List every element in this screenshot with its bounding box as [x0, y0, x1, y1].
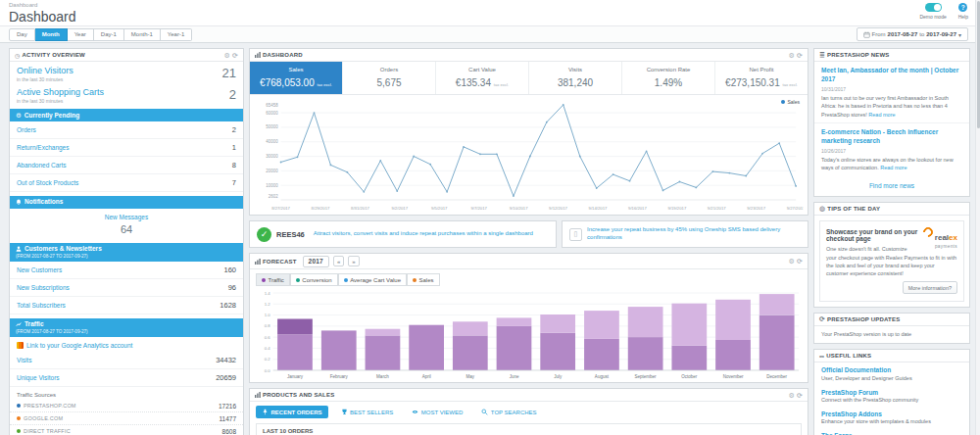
abandoned-carts-link[interactable]: Abandoned Carts [17, 162, 232, 169]
svg-text:30000: 30000 [266, 154, 278, 159]
gear-icon[interactable]: ⚙ [788, 258, 794, 265]
traffic-source-row: DIRECT TRAFFIC 8608 [10, 425, 243, 435]
date-range-picker[interactable]: From 2017-08-27 to 2017-09-27 ▾ [857, 27, 968, 41]
bar-chart-icon [255, 392, 261, 398]
gear-icon[interactable]: ⚙ [788, 392, 794, 399]
kpi-sales[interactable]: Sales €768,053.00 tax excl. [250, 62, 343, 94]
link-item: The Forge Report issues in the Bug Track… [814, 428, 969, 435]
online-visitors-link[interactable]: Online Visitors [17, 66, 222, 75]
news-icon: ≣ [819, 51, 825, 59]
range-year-1-button[interactable]: Year-1 [161, 28, 192, 41]
news-headline-link[interactable]: E-commerce Nation - Beech influencer mar… [821, 128, 962, 146]
svg-text:9/12/2017: 9/12/2017 [549, 206, 567, 211]
range-year-button[interactable]: Year [68, 28, 94, 41]
gear-icon[interactable]: ⚙ [788, 52, 794, 59]
products-panel-title: PRODUCTS AND SALES [263, 392, 334, 398]
orders-link[interactable]: Orders [17, 126, 232, 133]
svg-text:2602: 2602 [269, 194, 278, 199]
kpi-cart-value[interactable]: Cart Value €135.34 tax excl. [436, 62, 529, 94]
refresh-icon[interactable]: ⟳ [797, 258, 803, 265]
prestashop-updates-panel: ⟳ PRESTASHOP UPDATES Your PrestaShop ver… [813, 313, 970, 344]
read-more-link[interactable]: Read more [868, 112, 895, 118]
kpi-conversion-rate[interactable]: Conversion Rate 1.49% [622, 62, 715, 94]
find-more-news-link[interactable]: Find more news [814, 175, 969, 196]
forecast-panel: FORECAST 2017 « » ⚙ ⟳ Traffic Conversion [249, 253, 808, 383]
rees46-banner-link[interactable]: Attract visitors, convert visits and ind… [314, 230, 533, 238]
new-messages-link[interactable]: New Messages [10, 214, 243, 220]
prestashop-addons-link[interactable]: PrestaShop Addons [821, 411, 962, 417]
updates-status-text: Your PrestaShop version is up to date [814, 326, 969, 343]
rees46-banner[interactable]: ✓ REES46 Attract visitors, convert visit… [249, 220, 557, 248]
new-messages-block: New Messages 64 [10, 209, 243, 239]
svg-text:9/10/2017: 9/10/2017 [510, 206, 528, 211]
news-item: Meet Ian, Ambassador of the month | Octo… [814, 62, 969, 123]
tab-best-sellers[interactable]: BEST SELLERS [335, 406, 400, 418]
news-headline-link[interactable]: Meet Ian, Ambassador of the month | Octo… [821, 67, 962, 84]
search-icon [481, 409, 488, 415]
help-icon[interactable]: ? [958, 3, 967, 12]
tab-average-cart-value[interactable]: Average Cart Value [338, 273, 407, 286]
google-analytics-link[interactable]: Link to your Google Analytics account [10, 337, 243, 352]
visits-link[interactable]: Visits [17, 357, 216, 363]
tab-traffic[interactable]: Traffic [256, 273, 290, 286]
tips-of-the-day-panel: ◍ TIPS OF THE DAY realex payments Showca… [813, 202, 970, 308]
official-documentation-link[interactable]: Official Documentation [821, 366, 962, 373]
tip-body: One size doesn't fit all. Customize your… [826, 245, 957, 277]
active-carts-metric: Active Shopping Carts in the last 30 min… [10, 83, 243, 105]
tab-most-viewed[interactable]: MOST VIEWED [406, 406, 468, 418]
svg-text:9/23/2017: 9/23/2017 [747, 206, 765, 211]
svg-text:8/29/2017: 8/29/2017 [312, 206, 330, 211]
active-carts-link[interactable]: Active Shopping Carts [17, 87, 229, 97]
oneship-banner[interactable]: ▯ Increase your repeat business by 45% u… [562, 220, 808, 248]
rees46-brand: REES46 [276, 230, 305, 239]
range-day-button[interactable]: Day [9, 28, 35, 41]
svg-text:10000: 10000 [266, 183, 278, 188]
previous-year-button[interactable]: « [333, 256, 344, 266]
links-panel-title: USEFUL LINKS [826, 353, 871, 359]
new-subscriptions-link[interactable]: New Subscriptions [17, 284, 228, 291]
range-month-1-button[interactable]: Month-1 [124, 28, 161, 41]
tab-sales[interactable]: Sales [407, 273, 440, 286]
time-filter-toolbar: Day Month Year Day-1 Month-1 Year-1 From… [0, 26, 980, 43]
customers-range: (FROM 2017-08-27 TO 2017-09-27) [16, 254, 237, 260]
more-information-button[interactable]: More information? [903, 281, 957, 294]
help-control[interactable]: ? Help [958, 3, 968, 20]
kpi-orders[interactable]: Orders 5,675 [343, 62, 436, 94]
sales-tab-dot [413, 278, 416, 282]
total-subscribers-link[interactable]: Total Subscribers [17, 302, 220, 309]
prestashop-forum-link[interactable]: PrestaShop Forum [821, 389, 962, 396]
tab-recent-orders[interactable]: RECENT ORDERS [256, 406, 328, 418]
oneship-banner-link[interactable]: Increase your repeat business by 45% usi… [587, 226, 801, 242]
top-bar: Dashboard Dashboard Demo mode ? Help [0, 0, 980, 26]
returns-link[interactable]: Return/Exchanges [17, 144, 232, 151]
activity-overview-panel: ◷ ACTIVITY OVERVIEW ⚙ ⟳ Online Visitors … [9, 48, 244, 435]
demo-mode-control[interactable]: Demo mode [919, 3, 946, 20]
demo-mode-toggle[interactable] [925, 3, 942, 12]
gear-icon[interactable]: ⚙ [223, 52, 229, 59]
svg-text:0.2: 0.2 [265, 357, 271, 362]
total-subscribers-row: Total Subscribers 1628 [10, 297, 243, 314]
kpi-net-profit[interactable]: Net Profit €273,150.31 tax excl. [715, 62, 808, 94]
date-to-label: to [919, 31, 924, 37]
svg-text:9/27/2017: 9/27/2017 [787, 206, 804, 211]
range-button-group: Day Month Year Day-1 Month-1 Year-1 [9, 28, 192, 41]
read-more-link[interactable]: Read more [880, 165, 906, 170]
unique-visitors-link[interactable]: Unique Visitors [17, 374, 216, 381]
range-month-button[interactable]: Month [35, 28, 68, 41]
refresh-icon[interactable]: ⟳ [232, 52, 238, 59]
breadcrumb[interactable]: Dashboard [9, 2, 970, 8]
next-year-button[interactable]: » [348, 256, 359, 266]
range-day-1-button[interactable]: Day-1 [94, 28, 124, 41]
refresh-icon[interactable]: ⟳ [797, 52, 803, 59]
traffic-source-row: GOOGLE.COM 11477 [10, 412, 243, 425]
tab-top-searches[interactable]: TOP SEARCHES [475, 406, 542, 418]
out-of-stock-link[interactable]: Out of Stock Products [17, 179, 232, 186]
realex-payments-logo: realex payments [923, 226, 957, 249]
phone-icon: ▯ [569, 228, 582, 241]
new-customers-link[interactable]: New Customers [17, 266, 223, 273]
page-scrollbar[interactable] [975, 0, 980, 435]
tab-conversion[interactable]: Conversion [290, 273, 338, 286]
kpi-visits[interactable]: Visits 381,240 [529, 62, 622, 94]
refresh-icon[interactable]: ⟳ [797, 392, 803, 399]
date-to-value: 2017-09-27 [926, 31, 956, 37]
